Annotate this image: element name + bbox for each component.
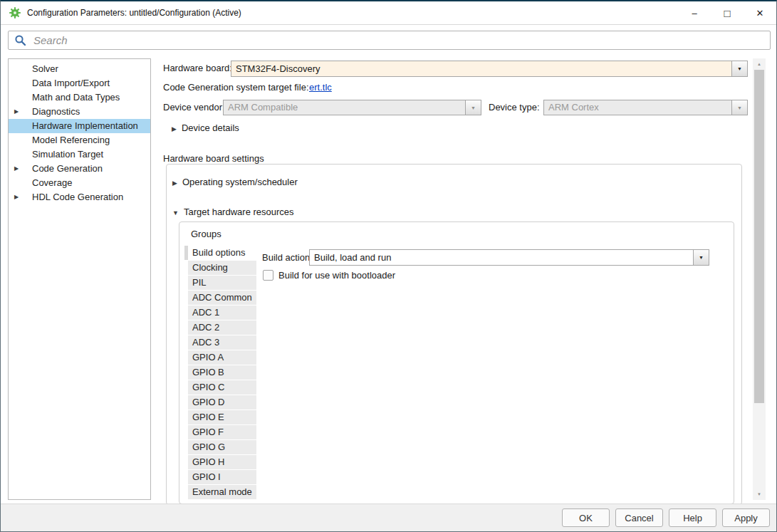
group-item-external-mode[interactable]: External mode [188,485,256,499]
scroll-down-icon[interactable]: ▼ [753,489,766,499]
os-scheduler-label: Operating system/scheduler [182,177,298,187]
group-item-gpio-a[interactable]: GPIO A [188,350,256,365]
sidebar-item-label: Code Generation [32,163,103,174]
target-resources-label: Target hardware resources [184,207,294,217]
sidebar-item-label: Coverage [32,177,72,188]
scroll-up-icon[interactable]: ▲ [753,59,766,69]
device-vendor-select: ARM Compatible ▼ [223,100,481,115]
device-type-value: ARM Cortex [544,100,731,115]
title-bar: Configuration Parameters: untitled/Confi… [1,1,776,25]
target-resources-toggle[interactable]: ▼Target hardware resources [172,207,294,217]
group-item-gpio-c[interactable]: GPIO C [188,380,256,395]
group-item-clocking[interactable]: Clocking [188,261,256,275]
chevron-down-icon[interactable]: ▼ [172,209,179,217]
minimize-button[interactable]: – [678,1,711,24]
sidebar-item-coverage[interactable]: Coverage [9,176,150,190]
maximize-button[interactable]: □ [711,1,744,24]
sidebar-item-solver[interactable]: Solver [9,62,150,76]
sidebar-item-code-generation[interactable]: ▶Code Generation [9,162,150,176]
build-action-value: Build, load and run [310,250,693,265]
ok-button[interactable]: OK [562,508,610,527]
group-item-gpio-h[interactable]: GPIO H [188,455,256,469]
group-item-adc-2[interactable]: ADC 2 [188,320,256,335]
device-vendor-label: Device vendor: [163,102,225,113]
sidebar-item-label: Simulation Target [32,149,103,160]
sidebar-item-label: HDL Code Generation [32,192,123,202]
search-input[interactable] [32,33,764,47]
ert-tlc-link[interactable]: ert.tlc [309,82,332,93]
search-bar[interactable] [8,31,771,50]
sidebar-item-label: Diagnostics [32,106,80,117]
gear-icon [9,7,21,19]
group-item-adc-3[interactable]: ADC 3 [188,335,256,350]
target-resources-panel: Groups Build options Clocking PIL ADC Co… [179,221,734,504]
configuration-parameters-dialog: Configuration Parameters: untitled/Confi… [0,0,777,532]
chevron-right-icon[interactable]: ▶ [172,179,177,187]
sidebar-item-hdl-code-generation[interactable]: ▶HDL Code Generation [9,190,150,204]
chevron-down-icon: ▼ [465,100,481,115]
chevron-right-icon[interactable]: ▶ [14,105,19,119]
sidebar-item-label: Model Referencing [32,135,110,145]
chevron-down-icon[interactable]: ▼ [731,61,747,76]
os-scheduler-toggle[interactable]: ▶Operating system/scheduler [172,177,298,187]
hardware-board-select[interactable]: STM32F4-Discovery ▼ [231,61,748,77]
group-item-build-options[interactable]: Build options [188,246,256,260]
device-type-select: ARM Cortex ▼ [543,100,748,115]
bootloader-checkbox[interactable] [263,270,273,281]
sidebar-item-label: Data Import/Export [32,78,110,88]
sidebar-item-label: Hardware Implementation [32,120,138,131]
window-controls: – □ ✕ [678,1,776,24]
chevron-down-icon[interactable]: ▼ [693,250,709,265]
sidebar-item-simulation-target[interactable]: Simulation Target [9,147,150,162]
bootloader-label: Build for use with bootloader [278,270,395,281]
device-vendor-value: ARM Compatible [224,100,465,115]
group-item-adc-common[interactable]: ADC Common [188,291,256,305]
board-settings-title: Hardware board settings [163,153,264,164]
device-details-label: Device details [182,122,239,133]
bootloader-option: Build for use with bootloader [263,270,395,281]
chevron-down-icon: ▼ [731,100,747,115]
group-item-gpio-b[interactable]: GPIO B [188,365,256,380]
groups-title: Groups [191,229,221,239]
sidebar-item-label: Solver [32,63,58,74]
sidebar-item-label: Math and Data Types [32,92,120,103]
groups-list: Build options Clocking PIL ADC Common AD… [188,246,256,500]
search-icon [14,34,26,46]
board-settings-panel: ▶Operating system/scheduler ▼Target hard… [166,164,742,505]
sidebar-item-model-referencing[interactable]: Model Referencing [9,133,150,147]
group-item-gpio-f[interactable]: GPIO F [188,425,256,439]
hardware-board-label: Hardware board: [163,63,232,73]
dialog-footer: OK Cancel Help Apply [1,504,776,531]
apply-button[interactable]: Apply [722,508,770,527]
cancel-button[interactable]: Cancel [615,508,663,527]
device-type-label: Device type: [489,102,540,113]
group-item-gpio-d[interactable]: GPIO D [188,395,256,410]
build-action-label: Build action: [262,252,313,263]
vertical-scrollbar[interactable]: ▲ ▼ [753,58,766,500]
group-item-pil[interactable]: PIL [188,276,256,290]
device-details-toggle[interactable]: ▶Device details [172,122,239,133]
sidebar-item-math-and-data-types[interactable]: Math and Data Types [9,90,150,105]
close-button[interactable]: ✕ [744,1,776,24]
group-item-adc-1[interactable]: ADC 1 [188,306,256,320]
scrollbar-thumb[interactable] [754,70,764,403]
chevron-right-icon[interactable]: ▶ [14,190,19,204]
window-title: Configuration Parameters: untitled/Confi… [27,8,241,18]
group-item-gpio-i[interactable]: GPIO I [188,470,256,484]
group-item-gpio-e[interactable]: GPIO E [188,410,256,424]
chevron-right-icon[interactable]: ▶ [14,162,19,176]
hardware-board-value: STM32F4-Discovery [231,61,731,76]
sidebar-item-hardware-implementation[interactable]: Hardware Implementation [9,119,150,133]
group-item-gpio-g[interactable]: GPIO G [188,440,256,454]
sidebar-item-data-import-export[interactable]: Data Import/Export [9,76,150,90]
target-file-label: Code Generation system target file: [163,82,309,93]
chevron-right-icon[interactable]: ▶ [172,125,177,132]
category-tree: Solver Data Import/Export Math and Data … [8,58,151,500]
help-button[interactable]: Help [669,508,716,527]
build-action-select[interactable]: Build, load and run ▼ [309,249,709,266]
sidebar-item-diagnostics[interactable]: ▶Diagnostics [9,105,150,119]
